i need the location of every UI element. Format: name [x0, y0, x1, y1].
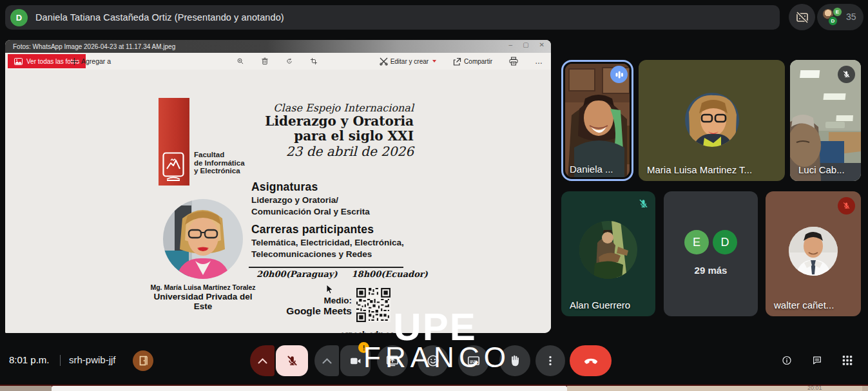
careers-heading: Carreras participantes [251, 223, 374, 236]
share-button[interactable]: Compartir [449, 57, 496, 66]
schedule: 20h00(Paraguay) 18h00(Ecuador) [256, 269, 428, 279]
tile-walter[interactable]: walter cañet... [766, 191, 861, 316]
present-screen-icon [385, 354, 400, 368]
audio-level-icon [615, 70, 624, 79]
zoom-tool-button[interactable] [233, 55, 247, 68]
call-end-icon [583, 352, 599, 369]
event-date: 23 de abril de 2026 [198, 144, 414, 160]
chat-icon [812, 353, 822, 368]
door-icon [139, 356, 148, 366]
photos-more-button[interactable]: … [531, 56, 547, 66]
tile-overflow[interactable]: E D 29 más [664, 191, 758, 316]
divider [60, 355, 61, 366]
chevron-up-icon [258, 358, 267, 364]
captions-icon [467, 354, 481, 368]
presenter-avatar: D [10, 9, 28, 26]
rotate-icon [286, 56, 293, 66]
meeting-code: srh-pwib-jjf [69, 354, 116, 365]
rotate-photo-button[interactable] [282, 55, 296, 68]
speaking-indicator [610, 66, 628, 83]
more-ellipsis-icon: … [535, 57, 543, 66]
photo-icon [14, 58, 23, 65]
edit-create-icon [380, 57, 388, 66]
add-to-button[interactable]: Agregar a [67, 54, 115, 68]
maria-avatar [685, 93, 739, 147]
speaker-photo [163, 199, 243, 279]
whiteboard-off-button[interactable] [789, 4, 815, 30]
plus-icon [71, 58, 78, 65]
reactions-button[interactable] [418, 345, 448, 376]
clock: 8:01 p.m. [9, 354, 50, 365]
mic-off-icon [285, 354, 299, 368]
tile-alan[interactable]: Alan Guerrero [561, 191, 655, 316]
window-maximize-button[interactable]: ▢ [523, 41, 528, 48]
photos-window-title: Fotos: WhatsApp Image 2026-04-23 at 11.1… [13, 43, 175, 50]
mini-avatar-e: E [833, 7, 842, 17]
camera-options-chevron[interactable] [314, 345, 339, 376]
crop-photo-button[interactable] [307, 55, 321, 68]
info-icon [782, 353, 792, 368]
crop-icon [311, 56, 317, 66]
subjects-heading: Asignaturas [251, 180, 318, 194]
window-close-button[interactable]: ✕ [539, 41, 545, 48]
chevron-up-icon [322, 358, 332, 364]
subjects-lines: Liderazgo y Oratoria/ Comunicación Oral … [251, 195, 370, 218]
participant-count-pill[interactable]: E D 35 [817, 4, 863, 30]
overflow-avatar-d: D [713, 230, 737, 254]
medium-value: Google Meets [256, 305, 352, 317]
printer-icon [509, 57, 518, 66]
flyer-website: espoch.edu.ec [308, 330, 393, 333]
participant-name: Luci Cab... [798, 164, 845, 175]
edit-create-button[interactable]: Editar y crear [376, 57, 440, 66]
participant-name: Maria Luisa Martinez T... [647, 164, 752, 175]
photos-title-bar[interactable]: Fotos: WhatsApp Image 2026-04-23 at 11.1… [5, 40, 551, 53]
tile-daniela[interactable]: Daniela ... [561, 60, 633, 181]
mic-options-chevron[interactable] [250, 345, 275, 376]
delete-photo-button[interactable] [258, 55, 272, 68]
mic-off-icon-teal [637, 198, 650, 210]
schedule-paraguay: 20h00(Paraguay) [256, 269, 338, 279]
speaker-university: Universidad Privada del Este [145, 292, 261, 311]
camera-alert-badge: ! [358, 342, 369, 353]
print-button[interactable] [505, 56, 522, 66]
schedule-divider [249, 267, 403, 268]
meeting-room-chip[interactable] [133, 350, 153, 371]
raise-hand-icon [508, 354, 522, 368]
participant-name: walter cañet... [774, 300, 834, 310]
strip-segment-right [567, 386, 868, 391]
captions-button[interactable] [458, 345, 489, 376]
present-screen-button[interactable] [377, 345, 408, 376]
medium-label: Medio: [256, 296, 352, 305]
espoch-shield-icon [162, 152, 184, 182]
alan-avatar [579, 221, 637, 279]
mic-off-icon-red [842, 201, 851, 211]
speaker-name: Mg. María Luisa Martínez Toralez [145, 283, 261, 291]
qr-code [356, 288, 391, 322]
apps-grid-icon [842, 354, 853, 367]
taskbar-edge-strip: 20:01 [0, 385, 868, 391]
meeting-details-button[interactable] [778, 351, 796, 369]
strip-segment-window [52, 386, 567, 391]
strip-segment-left [0, 386, 52, 391]
more-options-button[interactable] [535, 345, 565, 376]
more-vertical-icon [545, 355, 556, 367]
trash-icon [262, 56, 268, 66]
emoji-icon [426, 354, 440, 368]
leave-call-button[interactable] [570, 345, 612, 376]
chevron-down-icon [432, 60, 436, 62]
mic-toggle-button[interactable] [276, 345, 308, 376]
participant-name: Alan Guerrero [570, 300, 630, 310]
tile-maria[interactable]: Maria Luisa Martinez T... [639, 60, 785, 181]
tile-luci[interactable]: Luci Cab... [790, 60, 861, 181]
photos-app-window: Fotos: WhatsApp Image 2026-04-23 at 11.1… [5, 40, 551, 333]
raise-hand-button[interactable] [499, 345, 530, 376]
activities-button[interactable] [838, 351, 856, 369]
event-title-block: Clase Espejo Internacional Liderazgo y O… [198, 102, 414, 160]
mic-muted-indicator [838, 66, 855, 83]
medium-block: Medio: Google Meets [256, 296, 352, 317]
chat-button[interactable] [808, 351, 826, 369]
photos-toolbar: Ver todas las fotos Agregar a [5, 53, 551, 70]
participant-name: Daniela ... [570, 164, 613, 175]
share-icon [453, 57, 461, 66]
window-minimize-button[interactable]: – [509, 41, 513, 48]
